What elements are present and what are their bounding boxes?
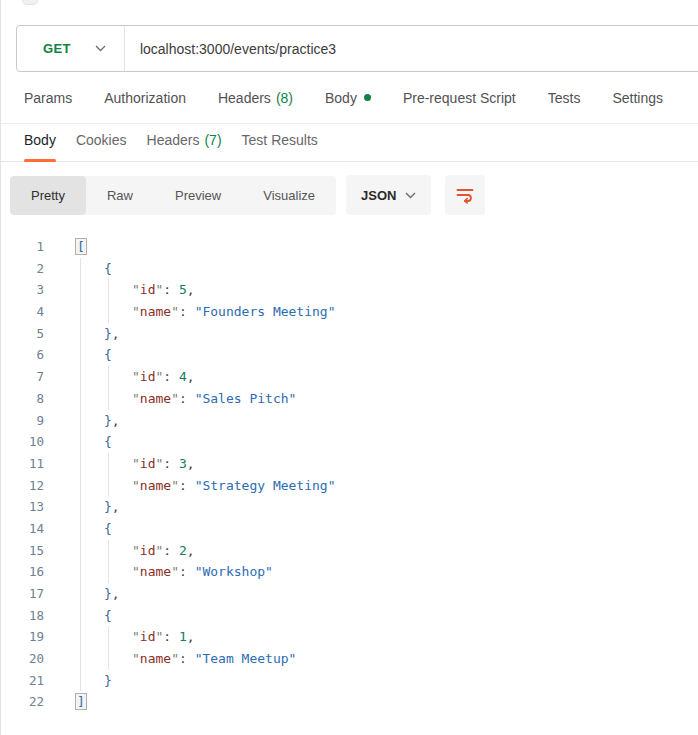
code-line-content: { — [66, 344, 698, 366]
postman-response-view: { "request_bar": { "method": "GET", "url… — [0, 0, 698, 735]
code-token: : — [179, 304, 195, 319]
code-line-content: }, — [66, 410, 698, 432]
request-tab-headers[interactable]: Headers(8) — [218, 90, 293, 106]
response-tab-headers[interactable]: Headers(7) — [147, 124, 222, 161]
code-token: { — [104, 347, 112, 362]
code-token: " — [132, 478, 140, 493]
line-number: 22 — [0, 691, 44, 713]
code-token: } — [104, 499, 112, 514]
tab-count-badge: (7) — [204, 132, 221, 148]
request-tab-pre-request-script[interactable]: Pre-request Script — [403, 90, 516, 106]
code-token: " — [132, 456, 140, 471]
wrap-lines-button[interactable] — [445, 175, 485, 215]
line-number: 4 — [0, 301, 44, 323]
line-number: 20 — [0, 648, 44, 670]
code-line: 5}, — [0, 323, 698, 345]
code-token: " — [132, 304, 140, 319]
request-tab-body[interactable]: Body — [325, 90, 371, 106]
code-token: id — [140, 282, 156, 297]
indent-guide — [80, 496, 81, 518]
line-number: 3 — [0, 279, 44, 301]
request-tab-params[interactable]: Params — [24, 90, 72, 106]
line-number: 17 — [0, 583, 44, 605]
code-token: , — [112, 413, 120, 428]
code-line: 4"name": "Founders Meeting" — [0, 301, 698, 323]
json-response-viewer[interactable]: 1[2{3"id": 5,4"name": "Founders Meeting"… — [0, 231, 698, 713]
indent-guide — [80, 431, 81, 453]
code-line-content: }, — [66, 323, 698, 345]
view-mode-pretty[interactable]: Pretty — [10, 176, 86, 215]
code-token: } — [104, 326, 112, 341]
code-token: , — [187, 456, 195, 471]
code-line: 17}, — [0, 583, 698, 605]
request-tab-label: Headers — [218, 90, 271, 106]
code-token: , — [112, 586, 120, 601]
response-view-toolbar: PrettyRawPreviewVisualize JSON — [10, 175, 485, 215]
indent-guide — [80, 475, 81, 497]
code-line: 7"id": 4, — [0, 366, 698, 388]
code-token: " — [132, 629, 140, 644]
code-line: 10{ — [0, 431, 698, 453]
code-line: 14{ — [0, 518, 698, 540]
code-line-content: { — [66, 518, 698, 540]
code-token: { — [104, 521, 112, 536]
url-input[interactable]: localhost:3000/events/practice3 — [125, 41, 698, 57]
code-token: "Team Meetup" — [195, 651, 297, 666]
request-tab-settings[interactable]: Settings — [612, 90, 663, 106]
response-tab-label: Cookies — [76, 132, 127, 148]
view-mode-visualize[interactable]: Visualize — [242, 176, 336, 215]
code-line-content: "id": 1, — [66, 626, 698, 648]
code-line-content: { — [66, 431, 698, 453]
code-token: " — [132, 369, 140, 384]
code-token: " — [132, 651, 140, 666]
indent-guide — [80, 670, 81, 692]
response-tab-cookies[interactable]: Cookies — [76, 124, 127, 161]
response-tab-body[interactable]: Body — [24, 124, 56, 161]
response-tab-label: Body — [24, 132, 56, 148]
chevron-down-icon — [405, 192, 416, 199]
code-line: 22] — [0, 691, 698, 713]
format-dropdown[interactable]: JSON — [346, 175, 431, 215]
code-token: , — [187, 369, 195, 384]
code-token: } — [104, 413, 112, 428]
code-token: 1 — [179, 629, 187, 644]
code-line-content: "name": "Founders Meeting" — [66, 301, 698, 323]
indent-guide — [108, 626, 109, 648]
indent-guide — [108, 301, 109, 323]
code-token: , — [187, 629, 195, 644]
view-mode-preview[interactable]: Preview — [154, 176, 242, 215]
line-number: 14 — [0, 518, 44, 540]
request-tab-tests[interactable]: Tests — [548, 90, 581, 106]
code-token: name — [140, 651, 171, 666]
line-number: 19 — [0, 626, 44, 648]
line-number: 6 — [0, 344, 44, 366]
request-tab-authorization[interactable]: Authorization — [104, 90, 186, 106]
code-token: ] — [76, 694, 86, 709]
code-token: } — [104, 673, 112, 688]
line-number: 15 — [0, 540, 44, 562]
code-token: " — [171, 651, 179, 666]
response-tab-label: Test Results — [242, 132, 318, 148]
code-line: 21} — [0, 670, 698, 692]
code-line-content: "id": 5, — [66, 279, 698, 301]
code-line-content: [ — [66, 236, 698, 258]
line-number: 9 — [0, 410, 44, 432]
indent-guide — [80, 605, 81, 627]
line-number: 18 — [0, 605, 44, 627]
request-url-bar: GET localhost:3000/events/practice3 — [16, 25, 698, 72]
view-mode-raw[interactable]: Raw — [86, 176, 154, 215]
code-token: " — [132, 282, 140, 297]
line-number: 2 — [0, 258, 44, 280]
code-token: " — [132, 391, 140, 406]
code-token: , — [187, 543, 195, 558]
code-token: { — [104, 261, 112, 276]
chevron-down-icon[interactable] — [95, 45, 106, 52]
code-token: : — [163, 369, 179, 384]
cropped-toolbar-button — [22, 0, 38, 5]
response-tab-test-results[interactable]: Test Results — [242, 124, 318, 161]
code-token: name — [140, 391, 171, 406]
indent-guide — [108, 561, 109, 583]
indent-guide — [80, 410, 81, 432]
code-line-content: "name": "Team Meetup" — [66, 648, 698, 670]
method-selector[interactable]: GET — [17, 41, 71, 56]
